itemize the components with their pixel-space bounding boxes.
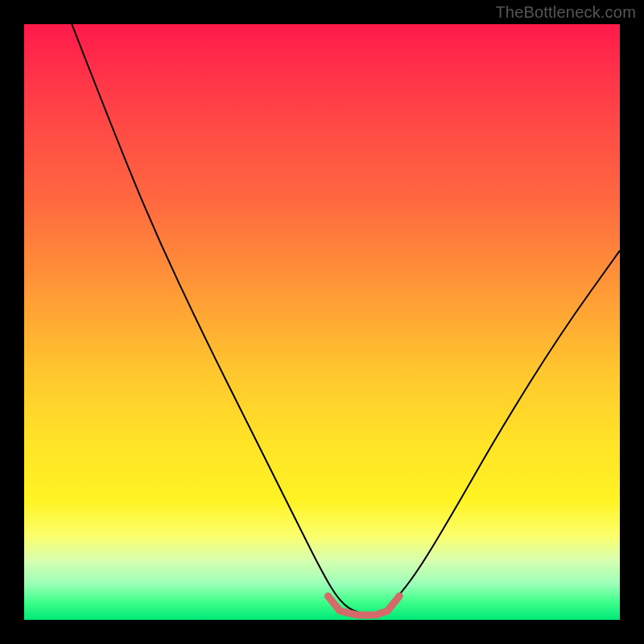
chart-frame: TheBottleneck.com (0, 0, 644, 644)
bottleneck-curve (72, 24, 620, 614)
watermark-text: TheBottleneck.com (495, 3, 636, 22)
curve-overlay (24, 24, 620, 620)
plot-area (24, 24, 620, 620)
